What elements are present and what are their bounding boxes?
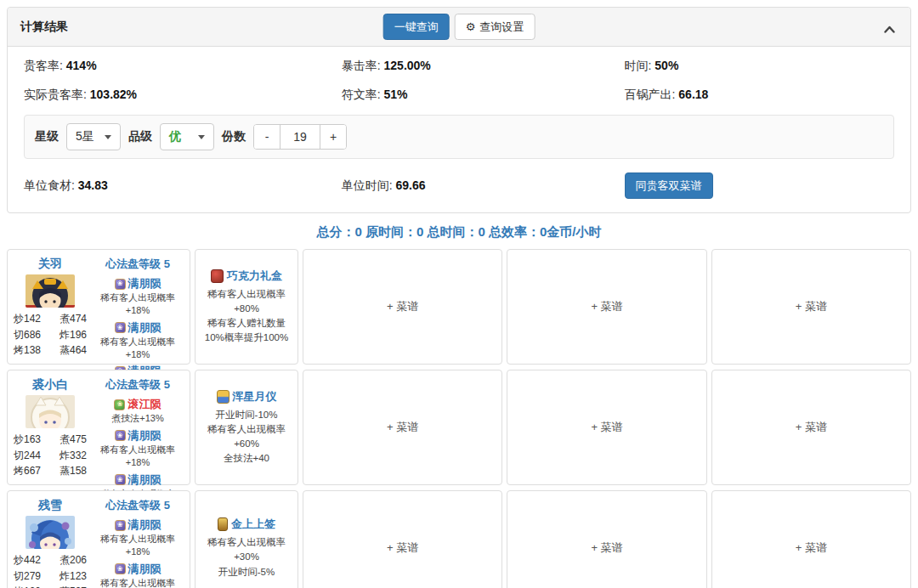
chef-stat-row: 切244炸332 bbox=[14, 448, 87, 464]
star-select[interactable]: 5星 bbox=[66, 123, 121, 150]
units-row: 单位食材: 34.83 单位时间: 69.66 同贵客双菜谱 bbox=[24, 172, 894, 199]
chocolate-gift-box-icon bbox=[211, 269, 224, 283]
chef-card[interactable]: 关羽炒142煮474切686炸196烤138蒸464心法盘等级 5❀满朋陨稀有客… bbox=[7, 249, 190, 365]
recipe-name: 浑星月仪 bbox=[217, 389, 277, 404]
star-select-value: 5星 bbox=[76, 129, 94, 144]
chef-stat-row: 烤667蒸158 bbox=[14, 463, 87, 479]
grade-label: 品级 bbox=[128, 129, 152, 144]
recipe-effect: 稀有客人赠礼数量10%概率提升100% bbox=[200, 316, 293, 346]
same-guest-double-recipe-button[interactable]: 同贵客双菜谱 bbox=[625, 172, 713, 199]
mind-skill-effect: 稀有客人出现概率+18% bbox=[89, 336, 186, 361]
chef-card[interactable]: 残雪炒442煮206切279炸123烤120蒸597心法盘等级 5❀满朋陨稀有客… bbox=[7, 490, 190, 588]
chef-stat: 炸332 bbox=[60, 448, 87, 464]
caret-down-icon bbox=[198, 135, 205, 139]
stat-value: 414% bbox=[66, 59, 97, 72]
mind-skill-label: 满朋陨 bbox=[128, 562, 162, 577]
chef-stat: 煮475 bbox=[60, 432, 87, 448]
stat-label: 符文率: bbox=[342, 88, 381, 101]
empty-recipe-slot[interactable]: + 菜谱 bbox=[711, 370, 911, 485]
recipe-card[interactable]: 浑星月仪开业时间-10%稀有客人出现概率+60%全技法+40 bbox=[195, 370, 298, 485]
empty-recipe-slot[interactable]: + 菜谱 bbox=[711, 249, 911, 365]
chef-name: 裘小白 bbox=[32, 377, 68, 393]
chef-stat: 切244 bbox=[14, 448, 51, 464]
chef-stat: 炸123 bbox=[60, 568, 87, 585]
add-recipe-label: + 菜谱 bbox=[796, 299, 827, 314]
mind-skill-name: ❀满朋陨 bbox=[115, 320, 162, 336]
gear-icon: ⚙ bbox=[466, 21, 476, 32]
grade-select-value: 优 bbox=[169, 129, 181, 144]
mind-skill-name: ❀满朋陨 bbox=[115, 276, 162, 291]
result-panel-body: 贵客率: 414% 暴击率: 125.00% 时间: 50% 实际贵客率: 10… bbox=[8, 47, 910, 212]
mind-disk-column: 心法盘等级 5❀满朋陨稀有客人出现概率+18%❀满朋陨稀有客人出现概率+18%❀… bbox=[89, 255, 186, 359]
meteor-stone-icon: ❀ bbox=[115, 430, 126, 441]
star-label: 星级 bbox=[35, 129, 59, 144]
stat-value: 125.00% bbox=[384, 59, 431, 72]
mind-skill-effect: 稀有客人出现概率+18% bbox=[89, 533, 186, 558]
recipe-label: 金上上签 bbox=[231, 517, 275, 532]
chef-stat: 蒸464 bbox=[60, 342, 87, 359]
chef-stat-row: 炒442煮206 bbox=[14, 552, 87, 568]
result-panel-header: 计算结果 一键查询 ⚙查询设置 bbox=[8, 8, 910, 47]
chef-stat: 切686 bbox=[14, 327, 51, 343]
add-recipe-label: + 菜谱 bbox=[387, 299, 418, 314]
chef-stat: 蒸597 bbox=[60, 584, 87, 588]
qty-label: 份数 bbox=[222, 129, 246, 144]
recipe-effect: 全技法+40 bbox=[224, 451, 269, 466]
empty-recipe-slot[interactable]: + 菜谱 bbox=[711, 490, 911, 588]
chef-stat: 烤667 bbox=[14, 463, 51, 479]
recipe-effect: 开业时间-5% bbox=[218, 565, 275, 580]
golden-lot-icon bbox=[218, 517, 228, 531]
chevron-up-icon[interactable] bbox=[884, 21, 895, 37]
empty-recipe-slot[interactable]: + 菜谱 bbox=[507, 249, 706, 365]
mind-skill-label: 满朋陨 bbox=[128, 472, 162, 488]
chef-stats: 炒142煮474切686炸196烤138蒸464 bbox=[14, 311, 87, 359]
empty-recipe-slot[interactable]: + 菜谱 bbox=[303, 490, 502, 588]
chef-stat: 烤138 bbox=[14, 342, 51, 359]
chef-stat-row: 切686炸196 bbox=[14, 327, 87, 343]
recipe-card[interactable]: 巧克力礼盒稀有客人出现概率+80%稀有客人赠礼数量10%概率提升100% bbox=[195, 249, 298, 365]
stat-label: 单位时间: bbox=[342, 178, 393, 192]
empty-recipe-slot[interactable]: + 菜谱 bbox=[303, 249, 502, 365]
mind-skill-entry: ❀满朋陨稀有客人出现概率+18% bbox=[89, 559, 186, 588]
meteor-stone-icon: ❀ bbox=[115, 474, 126, 485]
mind-skill-name: ❀滚江陨 bbox=[114, 397, 161, 412]
mind-skill-label: 满朋陨 bbox=[128, 428, 162, 444]
mind-disk-title: 心法盘等级 5 bbox=[105, 257, 170, 272]
query-settings-button[interactable]: ⚙查询设置 bbox=[455, 14, 536, 40]
qty-input[interactable]: 19 bbox=[280, 125, 320, 149]
empty-recipe-slot[interactable]: + 菜谱 bbox=[507, 490, 706, 588]
mind-skill-effect: 稀有客人出现概率+18% bbox=[89, 577, 186, 588]
result-row: 裘小白炒163煮475切244炸332烤667蒸158心法盘等级 5❀滚江陨煮技… bbox=[7, 370, 911, 485]
chef-stat: 煮206 bbox=[60, 552, 87, 568]
grade-select[interactable]: 优 bbox=[160, 123, 214, 150]
mind-skill-label: 滚江陨 bbox=[128, 397, 161, 412]
stat-label: 暴击率: bbox=[342, 59, 381, 72]
chef-stat: 烤120 bbox=[14, 584, 51, 588]
add-recipe-label: + 菜谱 bbox=[796, 540, 827, 556]
recipe-card[interactable]: 金上上签稀有客人出现概率+30%开业时间-5% bbox=[195, 490, 298, 588]
mind-skill-entry: ❀满朋陨稀有客人出现概率+18% bbox=[89, 515, 186, 558]
stats-grid: 贵客率: 414% 暴击率: 125.00% 时间: 50% 实际贵客率: 10… bbox=[24, 59, 894, 103]
qty-minus-button[interactable]: - bbox=[254, 125, 280, 149]
chef-stats: 炒442煮206切279炸123烤120蒸597 bbox=[14, 552, 87, 588]
recipe-effect: 稀有客人出现概率+60% bbox=[200, 422, 293, 452]
query-settings-label: 查询设置 bbox=[479, 21, 524, 32]
mind-disk-title: 心法盘等级 5 bbox=[105, 498, 170, 513]
chef-stat: 炒142 bbox=[14, 311, 51, 327]
chef-stat-row: 烤138蒸464 bbox=[14, 342, 87, 359]
stat-actual-guest-rate: 实际贵客率: 103.82% bbox=[24, 88, 342, 103]
chef-stat-row: 炒163煮475 bbox=[14, 432, 87, 448]
totals-summary: 总分：0 原时间：0 总时间：0 总效率：0金币/小时 bbox=[7, 224, 911, 240]
empty-recipe-slot[interactable]: + 菜谱 bbox=[507, 370, 706, 485]
stat-rune-rate: 符文率: 51% bbox=[342, 88, 625, 103]
stat-value: 66.18 bbox=[678, 88, 708, 101]
one-key-query-button[interactable]: 一键查询 bbox=[383, 14, 450, 40]
recipe-effect: 稀有客人出现概率+80% bbox=[200, 287, 293, 317]
qty-plus-button[interactable]: + bbox=[320, 125, 346, 149]
add-recipe-label: + 菜谱 bbox=[591, 540, 622, 556]
result-panel: 计算结果 一键查询 ⚙查询设置 贵客率: 414% 暴击率: 125.00% 时… bbox=[7, 7, 911, 213]
empty-recipe-slot[interactable]: + 菜谱 bbox=[303, 370, 502, 485]
result-rows: 关羽炒142煮474切686炸196烤138蒸464心法盘等级 5❀满朋陨稀有客… bbox=[7, 249, 911, 588]
quantity-stepper: - 19 + bbox=[253, 124, 347, 150]
chef-card[interactable]: 裘小白炒163煮475切244炸332烤667蒸158心法盘等级 5❀滚江陨煮技… bbox=[7, 370, 190, 485]
